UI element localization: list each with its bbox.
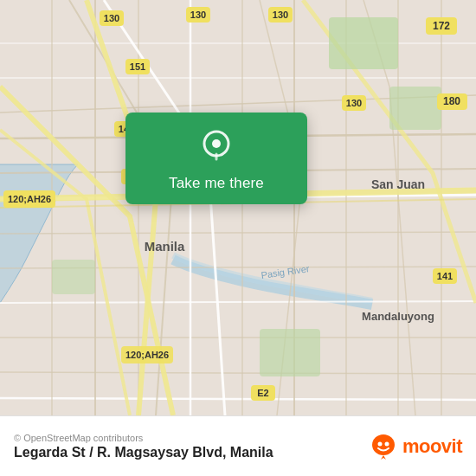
svg-point-58 bbox=[372, 434, 395, 455]
svg-rect-24 bbox=[260, 329, 320, 376]
map-view: 130 130 130 172 151 180 130 140 145 120;… bbox=[0, 0, 476, 415]
svg-text:120;AH26: 120;AH26 bbox=[125, 350, 169, 360]
moovit-icon bbox=[370, 433, 397, 460]
svg-rect-0 bbox=[0, 0, 476, 415]
location-pin-icon bbox=[197, 128, 235, 166]
svg-text:130: 130 bbox=[346, 98, 362, 108]
svg-rect-22 bbox=[329, 17, 398, 69]
svg-point-57 bbox=[212, 139, 221, 148]
svg-text:141: 141 bbox=[437, 271, 453, 281]
bottom-info: © OpenStreetMap contributors Legarda St … bbox=[14, 433, 273, 460]
location-name: Legarda St / R. Magsaysay Blvd, Manila bbox=[14, 445, 273, 460]
svg-rect-25 bbox=[52, 260, 95, 294]
svg-text:180: 180 bbox=[443, 95, 460, 107]
svg-point-59 bbox=[377, 441, 382, 446]
moovit-brand-text: moovit bbox=[402, 435, 462, 458]
svg-text:Manila: Manila bbox=[145, 239, 185, 254]
svg-rect-23 bbox=[389, 87, 441, 130]
svg-text:130: 130 bbox=[273, 10, 288, 20]
svg-text:151: 151 bbox=[130, 61, 145, 72]
svg-text:San Juan: San Juan bbox=[371, 177, 425, 191]
navigation-popup[interactable]: Take me there bbox=[125, 113, 307, 204]
svg-text:Mandaluyong: Mandaluyong bbox=[362, 310, 434, 323]
svg-point-60 bbox=[384, 441, 389, 446]
take-me-there-label: Take me there bbox=[169, 175, 264, 192]
svg-text:130: 130 bbox=[190, 10, 206, 20]
moovit-logo: moovit bbox=[370, 433, 462, 460]
svg-text:130: 130 bbox=[104, 13, 119, 23]
bottom-bar: © OpenStreetMap contributors Legarda St … bbox=[0, 415, 476, 476]
svg-text:E2: E2 bbox=[257, 388, 268, 398]
svg-text:172: 172 bbox=[433, 20, 450, 32]
svg-text:120;AH26: 120;AH26 bbox=[8, 194, 51, 204]
map-svg: 130 130 130 172 151 180 130 140 145 120;… bbox=[0, 0, 476, 415]
map-attribution: © OpenStreetMap contributors bbox=[14, 433, 273, 443]
